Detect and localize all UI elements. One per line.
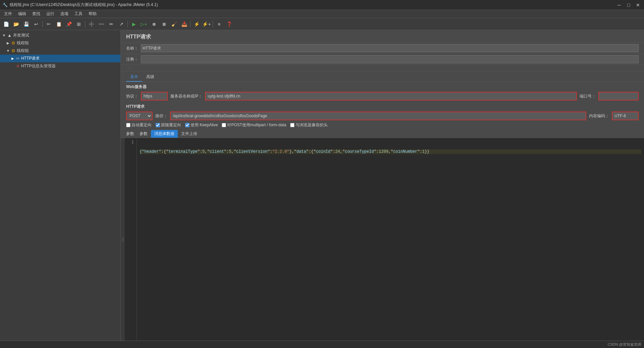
drag-dot-2	[122, 239, 123, 240]
json-colon-4: ":	[268, 149, 272, 154]
toolbar-paste[interactable]: 📌	[64, 19, 73, 29]
checkbox-auto-redirect[interactable]: 自动重定向	[126, 122, 152, 128]
checkbox-browser-compat[interactable]: 与浏览器兼容的头	[290, 122, 328, 128]
toolbar-copy[interactable]: 📋	[54, 19, 63, 29]
toolbar-remote2[interactable]: ⚡+	[202, 19, 211, 29]
toolbar-help[interactable]: ❓	[224, 19, 234, 29]
main-tabs: 基本 高级	[121, 71, 644, 82]
toolbar-list[interactable]: ≡	[214, 19, 224, 29]
icon-http: ✏	[16, 56, 20, 61]
close-button[interactable]: ✕	[635, 2, 641, 8]
toolbar-cut[interactable]: ✂	[44, 19, 53, 29]
menu-file[interactable]: 文件	[1, 10, 15, 17]
sidebar-item-group2[interactable]: ▼ ⚙ 线程组	[0, 47, 120, 55]
toolbar-play-plus[interactable]: ▷+	[139, 19, 149, 29]
maximize-button[interactable]: □	[625, 2, 632, 8]
toolbar-plus[interactable]: ➕	[87, 19, 96, 29]
path-input[interactable]	[170, 112, 586, 120]
json-colon-2: ":	[198, 149, 202, 154]
sidebar-item-header-mgr[interactable]: ✕ HTTP信息头管理器	[0, 62, 120, 70]
menu-edit[interactable]: 编辑	[15, 10, 29, 17]
server-host-input[interactable]	[205, 92, 577, 100]
toolbar-expand[interactable]: ⊞	[74, 19, 84, 29]
toolbar-arrow[interactable]: ↗	[117, 19, 126, 29]
json-brace-1: {"	[164, 149, 168, 154]
json-key-courseTypeId: courseTypeId	[345, 149, 374, 154]
follow-redirect-checkbox[interactable]	[156, 123, 160, 127]
json-key-client: client	[210, 149, 224, 154]
toolbar-broom[interactable]: 🧹	[169, 19, 179, 29]
toolbar-save2[interactable]: 📥	[179, 19, 189, 29]
toolbar-minus[interactable]: ➖	[97, 19, 106, 29]
arrow-group1: ▶	[6, 41, 10, 45]
minimize-button[interactable]: ─	[616, 2, 623, 8]
drag-handle[interactable]	[121, 138, 125, 341]
toolbar-open[interactable]: 📂	[11, 19, 21, 29]
toolbar-play[interactable]: ▶	[129, 19, 139, 29]
line-number-1: 1	[127, 140, 134, 145]
method-select[interactable]: POST GET PUT DELETE PATCH	[126, 112, 153, 120]
auto-redirect-checkbox[interactable]	[126, 123, 130, 127]
tab-basic[interactable]: 基本	[126, 73, 142, 82]
json-comma-4: ,"	[388, 149, 393, 154]
keep-alive-checkbox[interactable]	[185, 123, 190, 127]
tab-params[interactable]: 参数	[136, 130, 151, 138]
toolbar: 📄 📂 💾 ↩ ✂ 📋 📌 ⊞ ➕ ➖ ✏ ↗ ▶ ▷+ ⏺ ⏹ 🧹 📥 ⚡ ⚡…	[0, 18, 644, 30]
menu-find[interactable]: 查找	[30, 10, 43, 17]
tab-upload[interactable]: 文件上传	[178, 130, 201, 138]
checkbox-multipart[interactable]: 对POST使用multipart / form-data	[222, 122, 286, 128]
menu-tools[interactable]: 工具	[72, 10, 85, 17]
json-colon-7: ":	[374, 149, 379, 154]
tab-advanced[interactable]: 高级	[142, 73, 158, 82]
code-content[interactable]: {"header":{"terminalType":5,"client":5,"…	[137, 138, 644, 341]
menu-run[interactable]: 运行	[44, 10, 57, 17]
multipart-checkbox[interactable]	[222, 123, 226, 127]
json-val-1209: 1209	[379, 149, 388, 154]
path-label: 路径：	[155, 113, 167, 119]
checkbox-follow-redirect[interactable]: 跟随重定向	[156, 122, 181, 128]
protocol-label: 协议：	[126, 93, 138, 99]
menu-options[interactable]: 选项	[58, 10, 71, 17]
toolbar-save[interactable]: 💾	[21, 19, 31, 29]
toolbar-sep-3	[127, 21, 128, 27]
tab-body[interactable]: 消息体数据	[151, 130, 178, 138]
encoding-label: 内容编码：	[589, 113, 609, 119]
ellipsis-row: ···	[121, 65, 644, 71]
json-key-coinNumber: coinNumber	[393, 149, 417, 154]
name-input[interactable]	[141, 44, 639, 52]
icon-header: ✕	[16, 64, 20, 69]
browser-compat-checkbox[interactable]	[290, 123, 294, 127]
panel-title: HTTP请求	[121, 30, 644, 43]
arrow-http: ▶	[11, 57, 15, 60]
toolbar-record-start[interactable]: ⏺	[149, 19, 159, 29]
drag-dot-3	[122, 240, 123, 241]
sidebar-item-root[interactable]: ▼ ▲ 并发测试	[0, 31, 120, 39]
code-line-1: {"header":{"terminalType":5,"client":5,"…	[140, 149, 641, 154]
label-group1: 线程组	[17, 40, 29, 46]
toolbar-pencil[interactable]: ✏	[107, 19, 116, 29]
protocol-input[interactable]	[141, 92, 168, 100]
encoding-input[interactable]	[612, 112, 639, 120]
menu-help[interactable]: 帮助	[86, 10, 99, 17]
status-bar: CSDN @雷智鉴觉师	[0, 341, 644, 348]
sidebar-item-group1[interactable]: ▶ ⚙ 线程组	[0, 39, 120, 47]
toolbar-sep-2	[85, 21, 85, 27]
sidebar-item-http[interactable]: ▶ ✏ HTTP请求	[0, 55, 120, 62]
json-val-1: 1	[422, 149, 425, 154]
checkbox-keep-alive[interactable]: 使用 KeepAlive	[185, 122, 218, 128]
toolbar-record-stop[interactable]: ⏹	[159, 19, 169, 29]
toolbar-remote1[interactable]: ⚡	[192, 19, 201, 29]
json-val-24: 24	[335, 149, 340, 154]
json-val-version: "2.2.0"	[272, 149, 289, 154]
port-input[interactable]	[598, 92, 639, 100]
name-label: 名称：	[126, 46, 138, 51]
comment-input[interactable]	[141, 55, 639, 63]
label-group2: 线程组	[17, 48, 29, 54]
toolbar-revert[interactable]: ↩	[32, 19, 41, 29]
port-label: 端口号：	[580, 93, 596, 99]
params-section-label: 参数	[126, 131, 134, 137]
toolbar-new[interactable]: 📄	[1, 19, 11, 29]
label-http: HTTP请求	[21, 56, 40, 61]
toolbar-sep-5	[213, 21, 213, 27]
json-comma-2: ,"	[231, 149, 236, 154]
